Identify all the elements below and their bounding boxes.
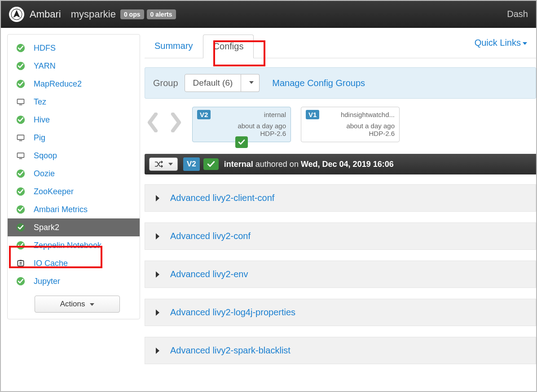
sidebar-item-mapreduce2[interactable]: MapReduce2 bbox=[8, 75, 140, 93]
sidebar-item-label: Zeppelin Notebook bbox=[34, 241, 101, 250]
shuffle-icon bbox=[154, 161, 163, 168]
cluster-name[interactable]: mysparkie bbox=[71, 9, 116, 20]
caret-down-icon bbox=[523, 42, 527, 45]
config-section[interactable]: Advanced livy2-spark-blacklist bbox=[145, 337, 536, 364]
version-card[interactable]: V2internalabout a day agoHDP-2.6 bbox=[192, 107, 291, 142]
svg-rect-7 bbox=[18, 135, 24, 139]
svg-rect-10 bbox=[19, 158, 22, 159]
versions-prev[interactable] bbox=[145, 113, 160, 136]
sidebar-item-label: ZooKeeper bbox=[34, 187, 74, 196]
service-tabs: Summary Configs Quick Links bbox=[145, 34, 536, 58]
sidebar-item-label: YARN bbox=[34, 61, 56, 71]
sidebar-item-label: Oozie bbox=[34, 169, 55, 179]
config-section-label: Advanced livy2-log4j-properties bbox=[170, 307, 295, 318]
config-sections: Advanced livy2-client-confAdvanced livy2… bbox=[145, 184, 536, 364]
config-section[interactable]: Advanced livy2-conf bbox=[145, 222, 536, 250]
logo-icon bbox=[11, 9, 22, 20]
quick-links-dropdown[interactable]: Quick Links bbox=[475, 38, 536, 54]
sidebar-item-jupyter[interactable]: Jupyter bbox=[8, 272, 140, 290]
caret-down-icon bbox=[249, 81, 254, 84]
chevron-left-icon bbox=[146, 113, 159, 132]
quick-links-label: Quick Links bbox=[475, 38, 521, 48]
sidebar-item-label: IO Cache bbox=[34, 259, 68, 268]
alerts-badge[interactable]: 0 alerts bbox=[147, 9, 176, 19]
caret-down-icon bbox=[168, 163, 173, 166]
svg-rect-16 bbox=[18, 261, 23, 266]
check-icon bbox=[207, 161, 215, 168]
config-section[interactable]: Advanced livy2-client-conf bbox=[145, 184, 536, 212]
compare-versions-button[interactable] bbox=[149, 157, 178, 171]
group-select[interactable]: Default (6) bbox=[185, 74, 260, 92]
status-ok-icon bbox=[16, 115, 26, 125]
sidebar-item-oozie[interactable]: Oozie bbox=[8, 165, 140, 183]
current-version-bar: V2 internal authored on Wed, Dec 04, 201… bbox=[145, 154, 536, 174]
main-panel: Summary Configs Quick Links Group Defaul… bbox=[140, 28, 536, 391]
actions-label: Actions bbox=[60, 300, 85, 308]
config-section-label: Advanced livy2-conf bbox=[170, 231, 251, 241]
version-badge: V1 bbox=[306, 110, 319, 119]
svg-rect-5 bbox=[19, 105, 22, 105]
top-navbar: Ambari mysparkie 0 ops 0 alerts Dash bbox=[1, 1, 536, 28]
sidebar-item-io-cache[interactable]: IO Cache bbox=[8, 254, 140, 272]
sidebar-item-yarn[interactable]: YARN bbox=[8, 57, 140, 75]
client-icon bbox=[16, 133, 26, 143]
ops-badge[interactable]: 0 ops bbox=[120, 9, 144, 19]
version-current-check bbox=[235, 136, 248, 148]
group-label: Group bbox=[153, 78, 178, 88]
sidebar-item-label: Spark2 bbox=[34, 223, 59, 232]
ambari-logo[interactable] bbox=[9, 7, 24, 22]
nav-dashboard-link[interactable]: Dash bbox=[507, 9, 528, 19]
sidebar-item-label: Pig bbox=[34, 133, 45, 143]
services-actions-button[interactable]: Actions bbox=[35, 296, 120, 313]
sidebar-item-zeppelin-notebook[interactable]: Zeppelin Notebook bbox=[8, 236, 140, 254]
status-ok-icon bbox=[16, 205, 26, 214]
sidebar-item-label: HDFS bbox=[34, 44, 56, 53]
config-section-label: Advanced livy2-spark-blacklist bbox=[170, 345, 291, 356]
versions-next[interactable] bbox=[169, 113, 183, 136]
sidebar-item-pig[interactable]: Pig bbox=[8, 129, 140, 147]
version-stack: HDP-2.6 bbox=[306, 130, 395, 137]
group-selected-value: Default (6) bbox=[185, 74, 242, 92]
sidebar-item-spark2[interactable]: Spark2 bbox=[8, 218, 140, 236]
client-icon bbox=[16, 151, 26, 161]
sidebar-item-ambari-metrics[interactable]: Ambari Metrics bbox=[8, 200, 140, 218]
version-timestamp: about a day ago bbox=[306, 122, 395, 130]
svg-rect-4 bbox=[18, 99, 24, 104]
status-ok-icon bbox=[16, 276, 26, 286]
sidebar-item-hive[interactable]: Hive bbox=[8, 111, 140, 129]
disclosure-triangle-icon bbox=[156, 233, 159, 240]
config-group-bar: Group Default (6) Manage Config Groups bbox=[145, 67, 536, 99]
tab-configs[interactable]: Configs bbox=[203, 35, 254, 58]
config-section[interactable]: Advanced livy2-env bbox=[145, 261, 536, 288]
status-ok-icon bbox=[16, 240, 26, 250]
services-sidebar: HDFSYARNMapReduce2TezHivePigSqoopOozieZo… bbox=[1, 28, 140, 391]
sidebar-item-tez[interactable]: Tez bbox=[8, 93, 140, 111]
svg-rect-9 bbox=[18, 153, 24, 157]
sidebar-item-label: Sqoop bbox=[34, 151, 57, 161]
tab-summary[interactable]: Summary bbox=[145, 35, 203, 57]
status-ok-icon bbox=[16, 222, 26, 232]
sidebar-item-label: Tez bbox=[34, 97, 46, 107]
brand-label[interactable]: Ambari bbox=[30, 9, 61, 20]
chevron-right-icon bbox=[170, 113, 182, 132]
sidebar-item-zookeeper[interactable]: ZooKeeper bbox=[8, 183, 140, 200]
version-badge: V2 bbox=[197, 110, 211, 119]
current-version-check bbox=[203, 158, 219, 170]
group-dropdown-toggle[interactable] bbox=[241, 74, 260, 92]
disclosure-triangle-icon bbox=[156, 195, 159, 201]
cache-icon bbox=[16, 258, 26, 268]
config-section[interactable]: Advanced livy2-log4j-properties bbox=[145, 299, 536, 326]
current-version-badge: V2 bbox=[183, 157, 200, 171]
sidebar-item-hdfs[interactable]: HDFS bbox=[8, 39, 140, 57]
version-card[interactable]: V1hdinsightwatchd...about a day agoHDP-2… bbox=[301, 107, 400, 142]
sidebar-item-label: Jupyter bbox=[34, 277, 60, 286]
manage-config-groups-link[interactable]: Manage Config Groups bbox=[272, 78, 365, 88]
svg-rect-8 bbox=[19, 140, 22, 141]
disclosure-triangle-icon bbox=[156, 348, 159, 354]
caret-down-icon bbox=[90, 303, 94, 306]
sidebar-item-sqoop[interactable]: Sqoop bbox=[8, 147, 140, 165]
config-versions-row: V2internalabout a day agoHDP-2.6V1hdinsi… bbox=[145, 107, 536, 142]
version-author: hdinsightwatchd... bbox=[341, 111, 395, 118]
status-ok-icon bbox=[16, 187, 26, 196]
status-ok-icon bbox=[16, 169, 26, 179]
